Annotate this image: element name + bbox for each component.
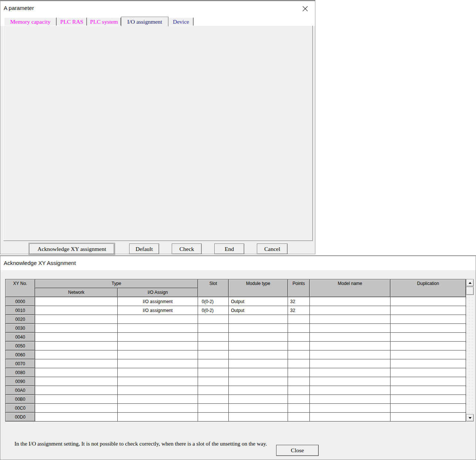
screen: A parameter Memory capacity PLC RAS PLC … <box>0 0 476 460</box>
duplication-cell <box>390 368 466 377</box>
duplication-cell <box>390 315 466 324</box>
points-cell <box>288 359 310 368</box>
model-name-cell <box>310 350 390 359</box>
network-cell <box>35 395 118 404</box>
model-name-cell <box>310 368 390 377</box>
xy-no-cell: 00C0 <box>6 404 35 413</box>
xy-table-body: 0000I/O assignment0(0-2)Output320010I/O … <box>5 297 466 422</box>
slot-cell <box>198 368 229 377</box>
duplication-cell <box>390 359 466 368</box>
scroll-down-button[interactable] <box>466 414 474 422</box>
slot-cell <box>198 342 229 350</box>
tab-io-assignment[interactable]: I/O assignment <box>121 17 168 26</box>
xy-header-io-assign: I/O Assign <box>118 288 198 297</box>
points-cell: 32 <box>288 297 310 306</box>
slot-cell: 0(0-2) <box>198 297 229 306</box>
duplication-cell <box>390 350 466 359</box>
xy-table-header: XY No. Type Network I/O Assign Slot Modu… <box>5 279 466 297</box>
slot-cell <box>198 413 229 422</box>
scroll-thumb[interactable] <box>466 287 474 295</box>
acknowledge-xy-assignment-button[interactable]: Acknowledge XY assignment <box>29 244 114 254</box>
xy-assignment-table: XY No. Type Network I/O Assign Slot Modu… <box>5 279 466 422</box>
model-name-cell <box>310 404 390 413</box>
network-cell <box>35 324 118 333</box>
model-name-cell <box>310 324 390 333</box>
ack-dialog-titlebar[interactable]: Acknowledge XY Assignment <box>0 256 476 270</box>
slot-cell <box>198 324 229 333</box>
xy-header-points: Points <box>288 279 310 297</box>
slot-cell <box>198 386 229 395</box>
network-cell <box>35 350 118 359</box>
io-assign-cell <box>118 413 198 422</box>
io-assign-cell <box>118 342 198 350</box>
close-button[interactable] <box>301 4 309 13</box>
close-button[interactable]: Close <box>276 445 319 456</box>
io-assign-cell <box>118 395 198 404</box>
tab-device[interactable]: Device <box>168 17 194 26</box>
points-cell <box>288 333 310 342</box>
ack-dialog-title: Acknowledge XY Assignment <box>4 260 76 266</box>
module-type-cell <box>229 377 288 386</box>
tab-memory-capacity[interactable]: Memory capacity <box>4 17 57 26</box>
xy-header-network: Network <box>35 288 118 297</box>
chevron-down-icon <box>469 417 472 419</box>
duplication-cell <box>390 395 466 404</box>
points-cell: 32 <box>288 306 310 315</box>
slot-cell <box>198 350 229 359</box>
cancel-button[interactable]: Cancel <box>257 244 288 254</box>
model-name-cell <box>310 315 390 324</box>
module-type-cell <box>229 324 288 333</box>
xy-header-duplication: Duplication <box>390 279 466 297</box>
duplication-cell <box>390 342 466 350</box>
io-assign-cell <box>118 377 198 386</box>
slot-cell <box>198 315 229 324</box>
model-name-cell <box>310 377 390 386</box>
model-name-cell <box>310 333 390 342</box>
xy-no-cell: 0000 <box>6 297 35 306</box>
io-assign-cell <box>118 324 198 333</box>
xy-header-module-type: Module type <box>229 279 288 297</box>
model-name-cell <box>310 413 390 422</box>
network-cell <box>35 386 118 395</box>
module-type-cell: Output <box>229 297 288 306</box>
network-cell <box>35 315 118 324</box>
model-name-cell <box>310 297 390 306</box>
scroll-up-button[interactable] <box>466 279 474 286</box>
module-type-cell <box>229 395 288 404</box>
network-cell <box>35 306 118 315</box>
network-cell <box>35 333 118 342</box>
a-parameter-titlebar[interactable]: A parameter <box>0 1 315 16</box>
module-type-cell <box>229 413 288 422</box>
slot-cell <box>198 359 229 368</box>
model-name-cell <box>310 306 390 315</box>
a-parameter-dialog: A parameter Memory capacity PLC RAS PLC … <box>0 0 315 254</box>
io-assign-cell: I/O assignment <box>118 297 198 306</box>
tab-plc-ras[interactable]: PLC RAS <box>57 17 87 26</box>
xy-no-cell: 0070 <box>6 359 35 368</box>
xy-header-type: Type <box>35 279 198 288</box>
parameter-tabstrip: Memory capacity PLC RAS PLC system I/O a… <box>0 16 315 26</box>
xy-table-scrollbar[interactable] <box>466 279 474 422</box>
acknowledge-xy-assignment-dialog: Acknowledge XY Assignment XY No. Type Ne… <box>0 255 476 460</box>
check-button[interactable]: Check <box>172 244 202 254</box>
slot-cell <box>198 395 229 404</box>
duplication-cell <box>390 413 466 422</box>
network-cell <box>35 404 118 413</box>
tab-plc-system[interactable]: PLC system <box>87 17 121 26</box>
points-cell <box>288 377 310 386</box>
io-assign-cell: I/O assignment <box>118 306 198 315</box>
points-cell <box>288 386 310 395</box>
points-cell <box>288 315 310 324</box>
default-button[interactable]: Default <box>129 244 159 254</box>
model-name-cell <box>310 359 390 368</box>
xy-header-slot: Slot <box>198 279 229 297</box>
end-button[interactable]: End <box>214 244 244 254</box>
model-name-cell <box>310 342 390 350</box>
points-cell <box>288 324 310 333</box>
io-assign-cell <box>118 359 198 368</box>
slot-cell: 0(0-2) <box>198 306 229 315</box>
io-assignment-tab-panel <box>3 26 313 241</box>
xy-no-cell: 0020 <box>6 315 35 324</box>
module-type-cell <box>229 359 288 368</box>
network-cell <box>35 342 118 350</box>
